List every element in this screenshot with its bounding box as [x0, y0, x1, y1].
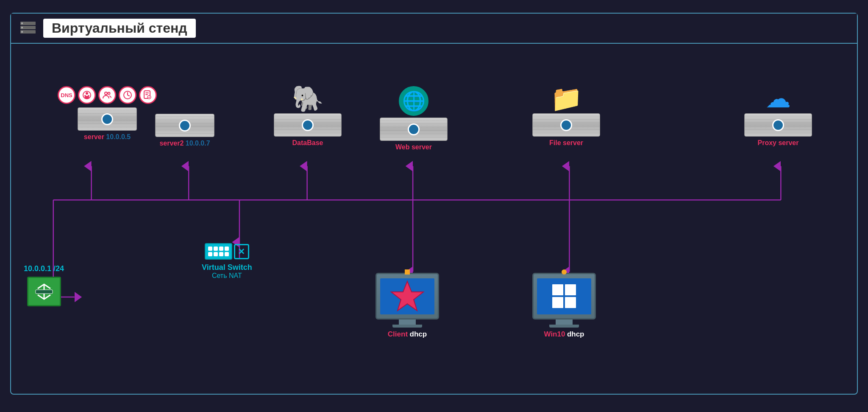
- fileserver-node: 📁 File server: [532, 86, 600, 147]
- server2-rack: [155, 114, 214, 137]
- time-icon: [119, 86, 136, 104]
- client-label: Client dhcp: [388, 330, 427, 339]
- diagram-area: DNS server 10.0.0.5: [11, 44, 857, 392]
- svg-point-24: [86, 92, 88, 95]
- webserver-label: Web server: [395, 143, 432, 151]
- webserver-node: 🌐 Web server: [380, 86, 448, 151]
- database-node: 🐘 DataBase: [274, 86, 342, 147]
- windows-logo-icon: [551, 283, 578, 310]
- server1-label: server 10.0.0.5: [84, 133, 131, 141]
- svg-marker-34: [391, 281, 423, 311]
- svg-point-25: [84, 95, 86, 97]
- webserver-rack: [380, 118, 448, 141]
- fileserver-rack: [532, 113, 600, 137]
- dc-icon: [78, 86, 96, 104]
- fileserver-label: File server: [549, 139, 583, 147]
- db-icon: 🐘: [292, 86, 324, 112]
- users-icon: [98, 86, 116, 104]
- vs-x-icon: ✕: [234, 244, 249, 259]
- proxyserver-rack: [744, 113, 812, 137]
- win10-monitor: [532, 273, 596, 320]
- gateway-ip-label: 10.0.0.1 /24: [24, 264, 64, 273]
- globe-icon: 🌐: [399, 86, 428, 116]
- virtual-switch-node: ✕ Virtual Switch Сеть NAT: [202, 243, 252, 280]
- gateway-node: 10.0.0.1 /24: [24, 264, 64, 306]
- dns-icon: DNS: [58, 86, 75, 104]
- client-node: Client dhcp: [376, 273, 439, 339]
- svg-rect-5: [21, 31, 23, 33]
- svg-rect-36: [565, 284, 576, 295]
- database-rack: [274, 113, 342, 137]
- server1-rack: [78, 107, 137, 131]
- database-label: DataBase: [292, 139, 323, 147]
- page-title: Виртуальный стенд: [43, 19, 196, 38]
- svg-rect-3: [21, 22, 23, 24]
- win10-node: Win10 dhcp: [532, 273, 596, 339]
- server2-label: server2 10.0.0.7: [159, 140, 210, 147]
- proxyserver-node: ☁ Proxy server: [744, 86, 812, 147]
- server2-node: server2 10.0.0.7: [155, 114, 214, 147]
- proxyserver-label: Proxy server: [758, 139, 799, 147]
- cloud-icon: ☁: [765, 86, 791, 112]
- svg-rect-38: [565, 297, 576, 308]
- win10-label: Win10 dhcp: [544, 330, 584, 339]
- svg-rect-33: [36, 290, 53, 294]
- svg-point-26: [88, 95, 89, 97]
- folder-icon: 📁: [551, 86, 582, 112]
- virtual-switch-icon: ✕: [205, 243, 249, 260]
- vs-grid: [205, 243, 232, 260]
- client-star-icon: [390, 279, 424, 313]
- svg-rect-37: [552, 297, 563, 308]
- virtual-switch-label: Virtual Switch Сеть NAT: [202, 263, 252, 280]
- client-monitor: [376, 273, 439, 320]
- title-bar: Виртуальный стенд: [11, 14, 857, 44]
- svg-point-28: [108, 92, 110, 95]
- router-icon: [27, 277, 61, 306]
- server-rack-icon: [19, 20, 36, 37]
- svg-rect-4: [21, 27, 23, 28]
- svg-rect-35: [552, 284, 563, 295]
- server1-node: DNS server 10.0.0.5: [58, 86, 157, 141]
- cert-icon: [139, 86, 157, 104]
- svg-point-27: [105, 92, 107, 95]
- main-container: Виртуальный стенд: [10, 13, 858, 395]
- server1-services: DNS: [58, 86, 157, 104]
